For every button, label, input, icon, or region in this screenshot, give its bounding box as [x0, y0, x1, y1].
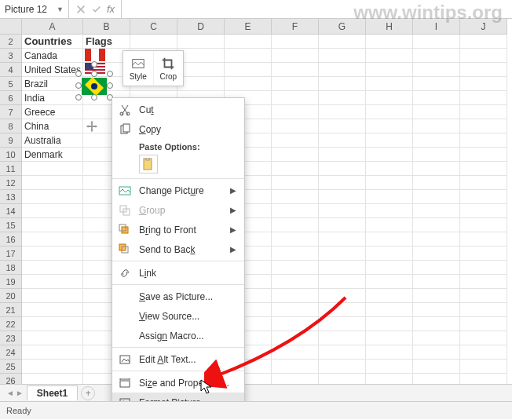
- cell[interactable]: [366, 77, 413, 91]
- cell[interactable]: [177, 77, 225, 91]
- column-header[interactable]: G: [319, 19, 366, 35]
- cell[interactable]: [413, 289, 460, 303]
- column-header[interactable]: H: [366, 19, 413, 35]
- cell[interactable]: [366, 133, 413, 148]
- cell[interactable]: [319, 176, 366, 190]
- row-header[interactable]: 19: [0, 275, 22, 289]
- cell[interactable]: [413, 345, 460, 360]
- cell[interactable]: [272, 162, 319, 176]
- cell[interactable]: [413, 119, 460, 133]
- cell[interactable]: [366, 317, 413, 331]
- cell[interactable]: [22, 176, 83, 190]
- column-header[interactable]: A: [22, 19, 83, 35]
- cell[interactable]: [319, 162, 366, 176]
- cell[interactable]: [366, 35, 413, 49]
- row-header[interactable]: 24: [0, 345, 22, 360]
- column-header[interactable]: F: [272, 19, 319, 35]
- row-header[interactable]: 8: [0, 119, 22, 133]
- row-header[interactable]: 7: [0, 105, 22, 119]
- cell[interactable]: [272, 317, 319, 331]
- cell[interactable]: [272, 35, 319, 49]
- cell[interactable]: [366, 232, 413, 247]
- cell[interactable]: [460, 105, 507, 119]
- cell[interactable]: [413, 35, 460, 49]
- cell[interactable]: United States: [22, 63, 83, 77]
- cell[interactable]: [366, 176, 413, 190]
- cell[interactable]: [319, 119, 366, 133]
- flag-canada[interactable]: [85, 49, 105, 61]
- row-header[interactable]: 14: [0, 204, 22, 218]
- cell[interactable]: [272, 148, 319, 162]
- cell[interactable]: [225, 77, 272, 91]
- cell[interactable]: [460, 289, 507, 303]
- menu-size-and-properties[interactable]: Size and Properties...: [112, 373, 244, 393]
- cell[interactable]: [413, 105, 460, 119]
- cell[interactable]: Brazil: [22, 77, 83, 91]
- cell[interactable]: [413, 162, 460, 176]
- cell[interactable]: [366, 190, 413, 204]
- row-header[interactable]: 17: [0, 247, 22, 261]
- row-header[interactable]: 23: [0, 331, 22, 345]
- cell[interactable]: [366, 49, 413, 63]
- row-header[interactable]: 22: [0, 317, 22, 331]
- menu-bring-to-front[interactable]: Bring to Front ▶: [112, 220, 244, 239]
- row-header[interactable]: 16: [0, 232, 22, 247]
- cell[interactable]: India: [22, 91, 83, 105]
- flag-united-states[interactable]: [85, 63, 105, 75]
- tab-nav-prev[interactable]: ◄: [6, 389, 14, 397]
- cell[interactable]: [22, 331, 83, 345]
- cell[interactable]: [319, 190, 366, 204]
- cell[interactable]: [22, 204, 83, 218]
- cell[interactable]: [22, 289, 83, 303]
- tab-nav-next[interactable]: ►: [16, 389, 24, 397]
- name-box[interactable]: Picture 12 ▼: [0, 0, 69, 18]
- formula-input[interactable]: [121, 0, 512, 18]
- cell[interactable]: [413, 275, 460, 289]
- cell[interactable]: [22, 345, 83, 360]
- cell[interactable]: [366, 331, 413, 345]
- cell[interactable]: [22, 232, 83, 247]
- cell[interactable]: China: [22, 119, 83, 133]
- cell[interactable]: [460, 148, 507, 162]
- sheet-tab[interactable]: Sheet1: [27, 385, 78, 400]
- fx-icon[interactable]: fx: [107, 3, 115, 15]
- column-header[interactable]: C: [130, 19, 177, 35]
- cell[interactable]: [366, 345, 413, 360]
- cell[interactable]: [413, 91, 460, 105]
- cell[interactable]: Countries: [22, 35, 83, 49]
- row-header[interactable]: 25: [0, 360, 22, 374]
- cell[interactable]: [272, 289, 319, 303]
- flag-brazil[interactable]: [82, 78, 107, 95]
- cell[interactable]: [460, 190, 507, 204]
- cell[interactable]: [460, 275, 507, 289]
- cell[interactable]: [177, 49, 225, 63]
- menu-save-as-picture[interactable]: Save as Picture...: [112, 287, 244, 306]
- cell[interactable]: [225, 35, 272, 49]
- column-header[interactable]: D: [177, 19, 225, 35]
- row-header[interactable]: 3: [0, 49, 22, 63]
- cell[interactable]: [460, 247, 507, 261]
- menu-copy[interactable]: Copy: [112, 119, 244, 139]
- cell[interactable]: [319, 35, 366, 49]
- row-header[interactable]: 12: [0, 176, 22, 190]
- cell[interactable]: [366, 162, 413, 176]
- column-header[interactable]: I: [413, 19, 460, 35]
- cell[interactable]: [460, 176, 507, 190]
- cell[interactable]: [319, 91, 366, 105]
- cell[interactable]: [460, 331, 507, 345]
- cell[interactable]: [177, 63, 225, 77]
- row-header[interactable]: 4: [0, 63, 22, 77]
- cell[interactable]: [413, 247, 460, 261]
- cell[interactable]: [272, 360, 319, 374]
- menu-format-picture[interactable]: Format Picture...: [112, 393, 244, 402]
- cell[interactable]: [319, 261, 366, 275]
- cell[interactable]: [460, 35, 507, 49]
- cell[interactable]: [22, 190, 83, 204]
- cell[interactable]: [460, 345, 507, 360]
- cell[interactable]: [272, 218, 319, 232]
- cell[interactable]: [319, 232, 366, 247]
- cell[interactable]: [366, 105, 413, 119]
- cell[interactable]: [22, 317, 83, 331]
- cell[interactable]: [319, 360, 366, 374]
- cell[interactable]: [225, 63, 272, 77]
